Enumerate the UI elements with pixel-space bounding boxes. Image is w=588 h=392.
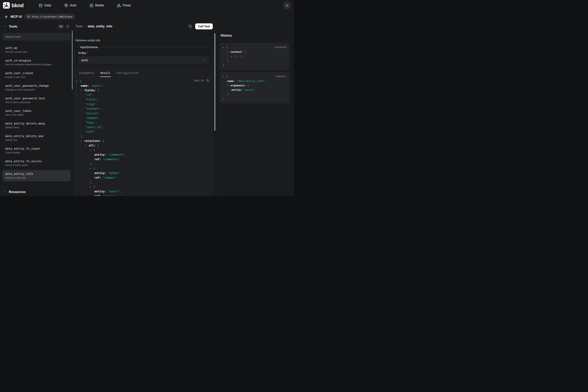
sidebar-tool-item[interactable]: data_entity_fn_countCount entities bbox=[2, 145, 71, 156]
sidebar-tool-item[interactable]: data_entity_fn_existsCheck if entity exi… bbox=[2, 158, 71, 169]
tab-configuration[interactable]: Configuration bbox=[116, 69, 139, 77]
json-token: "data_entity_info" bbox=[236, 80, 265, 82]
indent-guide bbox=[85, 180, 90, 184]
json-token: , bbox=[99, 116, 100, 120]
indent-guide bbox=[223, 88, 227, 92]
history-clock-icon[interactable] bbox=[188, 24, 192, 28]
sidebar-scrollbar-thumb[interactable] bbox=[72, 31, 73, 90]
indent-guide bbox=[76, 106, 81, 111]
collapse-triangle-icon[interactable]: ▼ bbox=[90, 185, 93, 190]
result-tabs-panel: Arguments Result Configuration (442 B) ▼… bbox=[75, 68, 213, 196]
sidebar-tool-item[interactable]: auth_meGet the current user bbox=[2, 44, 71, 56]
tab-row: Arguments Result Configuration bbox=[75, 69, 212, 77]
json-token: , bbox=[95, 121, 97, 124]
json-token: "posts" bbox=[91, 84, 103, 87]
indent-guide bbox=[76, 93, 81, 97]
tab-arguments[interactable]: Arguments bbox=[79, 69, 95, 77]
entity-field-label: Entity* bbox=[78, 51, 209, 54]
history-card[interactable]: response▼{▼content: [▶{...}]} bbox=[219, 43, 289, 70]
json-token: ] bbox=[227, 59, 229, 62]
image-icon bbox=[90, 4, 93, 8]
sidebar-tool-item[interactable]: auth_user_tokenGet a user token bbox=[2, 107, 71, 118]
tools-section-header[interactable]: Tools 50 bbox=[0, 22, 73, 30]
entity-select[interactable]: posts bbox=[78, 56, 209, 64]
json-token: { bbox=[93, 185, 95, 188]
result-meta: (442 B) bbox=[193, 79, 209, 82]
tab-result[interactable]: Result bbox=[100, 69, 111, 77]
search-input[interactable] bbox=[2, 33, 71, 40]
sidebar-tool-item[interactable]: auth_strategiesGet the available authent… bbox=[2, 57, 71, 68]
json-token: , bbox=[99, 112, 100, 115]
breadcrumb-section[interactable]: Tools bbox=[75, 24, 83, 28]
call-tool-button[interactable]: Call Tool bbox=[195, 24, 213, 29]
expand-triangle-icon[interactable]: ▶ bbox=[231, 54, 234, 58]
tool-name: data_entity_delete_one bbox=[5, 134, 68, 138]
indent-guide bbox=[81, 116, 85, 120]
main-scrollbar-thumb[interactable] bbox=[214, 33, 215, 131]
collapse-triangle-icon[interactable]: ▼ bbox=[227, 83, 230, 88]
indent-guide bbox=[85, 162, 90, 166]
tool-name: auth_user_token bbox=[5, 109, 68, 113]
input-schema-fieldset: InputSchema Entity* posts bbox=[75, 45, 213, 67]
nav-item-auth[interactable]: Auth bbox=[64, 4, 76, 8]
history-card[interactable]: request▼{name: "data_entity_info",▼argum… bbox=[219, 72, 289, 104]
json-token: "users_id" bbox=[85, 126, 102, 129]
json-token: , bbox=[265, 80, 266, 82]
tool-description: Check if entity exists bbox=[5, 164, 68, 167]
tools-count-badge: 50 bbox=[57, 24, 64, 28]
tool-description: Create a new user bbox=[5, 76, 68, 79]
collapse-triangle-icon[interactable]: ▼ bbox=[227, 50, 230, 54]
resources-section-header[interactable]: Resources bbox=[0, 188, 73, 196]
sidebar-tool-item[interactable]: auth_user_password_testTest a user's pas… bbox=[2, 94, 71, 106]
json-line: ref: "users" bbox=[75, 194, 212, 196]
json-line: ▼arguments: { bbox=[222, 83, 286, 88]
user-avatar[interactable]: D bbox=[283, 2, 291, 10]
indent-guide bbox=[81, 162, 85, 166]
history-panel: History response▼{▼content: [▶{...}]}req… bbox=[216, 22, 294, 196]
indent-guide bbox=[76, 194, 81, 196]
json-token: } bbox=[227, 93, 229, 96]
collapse-triangle-icon[interactable]: ▼ bbox=[223, 45, 226, 50]
json-token: {...} bbox=[234, 55, 242, 58]
nav-item-data[interactable]: Data bbox=[39, 4, 51, 8]
json-line: ▼relations: { bbox=[75, 139, 212, 143]
collapse-triangle-icon[interactable]: ▼ bbox=[90, 148, 93, 153]
search-wrap bbox=[0, 30, 73, 40]
sidebar-tool-item[interactable]: data_entity_infoRetrieve entity info bbox=[2, 170, 71, 182]
sidebar-tool-item[interactable]: data_entity_delete_oneDelete one bbox=[2, 132, 71, 144]
indent-guide bbox=[76, 152, 81, 157]
indent-guide bbox=[76, 157, 81, 162]
mcp-url-chip[interactable]: http://localhost:28623/mcp bbox=[24, 14, 75, 20]
result-size-label: (442 B) bbox=[193, 79, 204, 82]
history-spacer bbox=[216, 22, 294, 31]
json-token: "images" bbox=[103, 176, 116, 179]
refresh-icon[interactable] bbox=[66, 25, 69, 28]
json-token: { bbox=[80, 80, 81, 83]
nav-item-media[interactable]: Media bbox=[90, 4, 104, 8]
collapse-triangle-icon[interactable]: ▼ bbox=[90, 166, 93, 171]
json-token: "users" bbox=[108, 190, 120, 193]
indent-guide bbox=[76, 176, 81, 180]
json-token: } bbox=[223, 97, 224, 100]
collapse-triangle-icon[interactable]: ▼ bbox=[85, 144, 89, 148]
tool-name: auth_user_password_change bbox=[5, 84, 68, 88]
collapse-triangle-icon[interactable]: ▼ bbox=[76, 79, 80, 84]
indent-guide bbox=[90, 152, 94, 157]
tool-description: Get the available authentication strateg… bbox=[5, 63, 68, 66]
collapse-triangle-icon[interactable]: ▼ bbox=[81, 139, 84, 144]
collapse-triangle-icon[interactable]: ▼ bbox=[81, 88, 84, 93]
json-token: "comments" bbox=[103, 158, 120, 161]
sidebar-tool-item[interactable]: auth_user_createCreate a new user bbox=[2, 69, 71, 81]
sidebar-tool-item[interactable]: auth_user_password_changeChange a user's… bbox=[2, 82, 71, 93]
collapse-triangle-icon[interactable]: ▼ bbox=[223, 74, 226, 79]
indent-guide bbox=[90, 189, 94, 194]
indent-guide bbox=[223, 54, 227, 58]
tool-description: Change a user's password bbox=[5, 88, 68, 91]
sidebar-tool-item[interactable]: data_entity_delete_manyDelete many bbox=[2, 120, 71, 131]
copy-icon[interactable] bbox=[206, 79, 209, 82]
nav-item-flows[interactable]: Flows bbox=[117, 4, 131, 8]
json-line: "id", bbox=[75, 93, 212, 97]
indent-guide bbox=[90, 157, 94, 162]
json-line: "slug", bbox=[75, 102, 212, 106]
brand-logo[interactable]: bknd bbox=[3, 2, 23, 8]
